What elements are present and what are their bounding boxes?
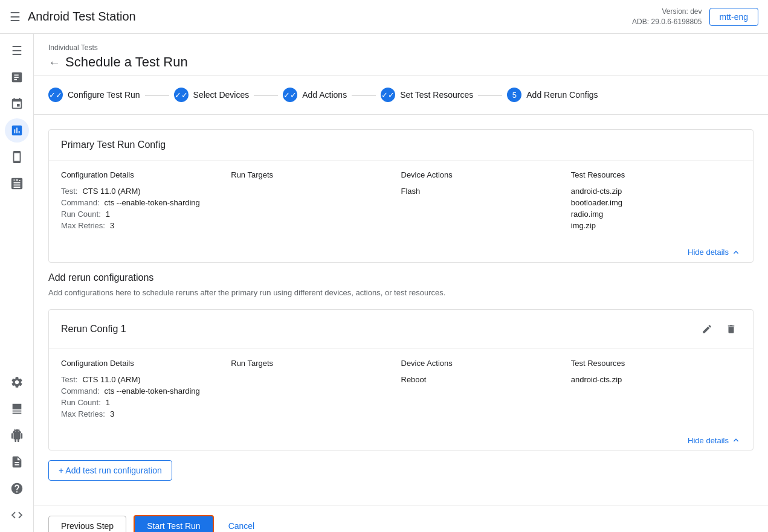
main-layout: ☰ — [0, 34, 768, 532]
config-command-value: cts --enable-token-sharding — [105, 198, 200, 207]
step-2-circle: ✓ — [174, 88, 189, 102]
config-col-test-resources-header: Test Resources — [571, 170, 741, 179]
version-info: Version: dev ADB: 29.0.6-6198805 — [632, 7, 702, 27]
rerun-config-1-header: Rerun Config 1 — [49, 310, 753, 349]
rerun-config-1-body: Configuration Details Test: CTS 11.0 (AR… — [49, 349, 753, 431]
step-connector-3 — [352, 95, 376, 95]
primary-resource-1: bootloader.img — [571, 198, 741, 207]
config-maxretries-value: 3 — [110, 221, 114, 230]
cancel-button[interactable]: Cancel — [221, 516, 262, 532]
config-col-device-actions: Device Actions Flash — [401, 170, 571, 232]
rerun-test-value: CTS 11.0 (ARM) — [82, 375, 140, 384]
sidebar-item-tests[interactable] — [5, 65, 29, 89]
config-command-row: Command: cts --enable-token-sharding — [61, 198, 231, 207]
sidebar-item-code[interactable] — [5, 503, 29, 527]
step-connector-2 — [254, 95, 278, 95]
page-body: Primary Test Run Config Configuration De… — [34, 115, 768, 505]
primary-resource-0: android-cts.zip — [571, 187, 741, 196]
sidebar-item-logs[interactable] — [5, 450, 29, 474]
start-test-run-button[interactable]: Start Test Run — [134, 515, 213, 532]
primary-hide-details-row: Hide details — [49, 242, 753, 262]
menu-icon[interactable]: ☰ — [10, 10, 21, 24]
step-1-circle: ✓ — [48, 88, 63, 102]
config-col-details: Configuration Details Test: CTS 11.0 (AR… — [61, 170, 231, 232]
step-4: ✓ Set Test Resources — [381, 88, 473, 102]
config-runcount-label: Run Count: — [61, 210, 101, 219]
config-test-row: Test: CTS 11.0 (ARM) — [61, 187, 231, 196]
rerun-maxretries-row: Max Retries: 3 — [61, 409, 231, 418]
step-1-label: Configure Test Run — [68, 90, 140, 100]
rerun-config-1-card: Rerun Config 1 Configuration Details — [48, 309, 753, 451]
footer-actions: Previous Step Start Test Run Cancel — [34, 505, 768, 532]
step-5: 5 Add Rerun Configs — [507, 88, 598, 102]
breadcrumb: Individual Tests — [48, 43, 753, 52]
sidebar-item-devices[interactable] — [5, 145, 29, 169]
step-5-circle: 5 — [507, 88, 521, 102]
edit-rerun-config-1-button[interactable] — [697, 319, 717, 339]
sidebar-item-grid[interactable] — [5, 171, 29, 196]
rerun-config-1-actions — [697, 319, 741, 339]
stepper: ✓ Configure Test Run ✓ Select Devices ✓ … — [34, 75, 768, 115]
step-3-label: Add Actions — [302, 90, 347, 100]
rerun-hide-details-row: Hide details — [49, 431, 753, 450]
step-2: ✓ Select Devices — [174, 88, 250, 102]
topbar: ☰ Android Test Station Version: dev ADB:… — [0, 0, 768, 34]
rerun-runcount-row: Run Count: 1 — [61, 398, 231, 407]
rerun-config-1-title: Rerun Config 1 — [61, 324, 126, 335]
config-test-value: CTS 11.0 (ARM) — [82, 187, 140, 196]
sidebar-item-settings[interactable] — [5, 370, 29, 394]
config-runcount-value: 1 — [106, 210, 110, 219]
primary-config-title: Primary Test Run Config — [61, 139, 166, 150]
rerun-section-title: Add rerun configurations — [48, 272, 753, 283]
step-4-label: Set Test Resources — [400, 90, 473, 100]
rerun-device-action: Reboot — [401, 375, 571, 384]
config-col-details-header: Configuration Details — [61, 170, 231, 179]
step-3: ✓ Add Actions — [283, 88, 347, 102]
rerun-command-value: cts --enable-token-sharding — [105, 386, 200, 396]
primary-resource-2: radio.img — [571, 210, 741, 219]
step-5-label: Add Rerun Configs — [526, 90, 598, 100]
rerun-col-details: Configuration Details Test: CTS 11.0 (AR… — [61, 359, 231, 421]
config-maxretries-row: Max Retries: 3 — [61, 221, 231, 230]
rerun-col-test-resources-header: Test Resources — [571, 359, 741, 368]
rerun-maxretries-label: Max Retries: — [61, 409, 105, 418]
content-area: Individual Tests ← Schedule a Test Run ✓… — [34, 34, 768, 532]
add-config-button[interactable]: + Add test run configuration — [48, 460, 172, 481]
primary-hide-details-link[interactable]: Hide details — [688, 248, 741, 257]
primary-config-table: Configuration Details Test: CTS 11.0 (AR… — [61, 170, 741, 232]
primary-resource-3: img.zip — [571, 221, 741, 230]
config-test-label: Test: — [61, 187, 77, 196]
back-button[interactable]: ← — [48, 56, 60, 69]
sidebar-item-window[interactable] — [5, 397, 29, 421]
config-command-label: Command: — [61, 198, 100, 207]
rerun-maxretries-value: 3 — [110, 409, 114, 418]
config-maxretries-label: Max Retries: — [61, 221, 105, 230]
sidebar-item-schedule[interactable] — [5, 92, 29, 116]
step-3-circle: ✓ — [283, 88, 297, 102]
primary-config-body: Configuration Details Test: CTS 11.0 (AR… — [49, 161, 753, 242]
rerun-col-run-targets: Run Targets — [231, 359, 401, 421]
config-col-run-targets-header: Run Targets — [231, 170, 401, 179]
config-runcount-row: Run Count: 1 — [61, 210, 231, 219]
previous-step-button[interactable]: Previous Step — [48, 516, 126, 532]
page-header: Individual Tests ← Schedule a Test Run — [34, 34, 768, 75]
step-connector-1 — [145, 95, 169, 95]
rerun-test-label: Test: — [61, 375, 77, 384]
rerun-config-1-table: Configuration Details Test: CTS 11.0 (AR… — [61, 359, 741, 421]
sidebar: ☰ — [0, 34, 34, 532]
rerun-col-details-header: Configuration Details — [61, 359, 231, 368]
rerun-command-row: Command: cts --enable-token-sharding — [61, 386, 231, 396]
sidebar-item-android[interactable] — [5, 423, 29, 447]
rerun-resource-0: android-cts.zip — [571, 375, 741, 384]
config-col-test-resources: Test Resources android-cts.zip bootloade… — [571, 170, 741, 232]
page-title: Schedule a Test Run — [65, 54, 188, 70]
primary-device-action: Flash — [401, 187, 571, 196]
rerun-command-label: Command: — [61, 386, 100, 396]
delete-rerun-config-1-button[interactable] — [721, 319, 741, 339]
sidebar-item-menu[interactable]: ☰ — [5, 39, 29, 63]
sidebar-item-analytics[interactable] — [5, 118, 29, 143]
user-button[interactable]: mtt-eng — [709, 8, 758, 26]
sidebar-item-help[interactable] — [5, 476, 29, 501]
primary-config-header: Primary Test Run Config — [49, 130, 753, 161]
rerun-hide-details-link[interactable]: Hide details — [688, 435, 741, 445]
